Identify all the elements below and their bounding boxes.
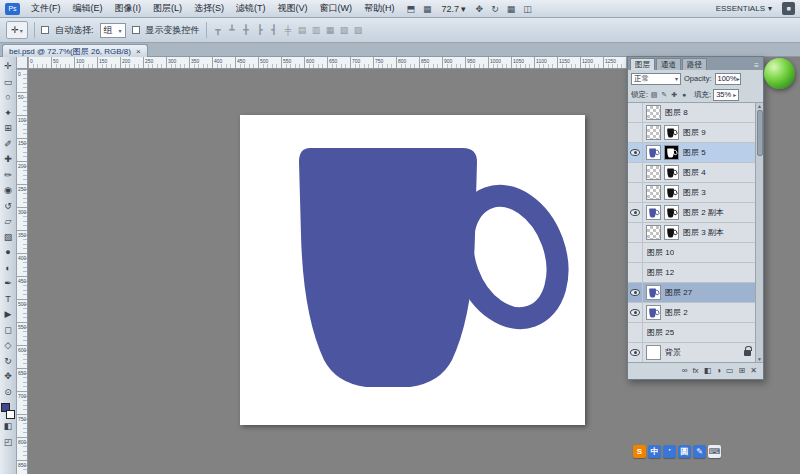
layer-mask-thumbnail[interactable] (664, 125, 679, 140)
layer-row[interactable]: 图层 27 (628, 283, 755, 303)
menu-item-5[interactable]: 滤镜(T) (230, 0, 272, 17)
auto-select-target-dropdown[interactable]: 组 ▾ (100, 23, 126, 38)
link-layers-icon[interactable]: ∞ (682, 364, 688, 378)
taskbar-icon[interactable]: S (633, 445, 646, 458)
align-icon[interactable]: ▦ (325, 25, 336, 35)
visibility-toggle[interactable] (628, 263, 643, 282)
layer-style-icon[interactable]: fx (692, 364, 698, 378)
visibility-toggle[interactable] (628, 243, 643, 262)
layer-thumbnail[interactable] (646, 125, 661, 140)
taskbar-icon[interactable]: ⌨ (708, 445, 721, 458)
layer-thumbnail[interactable] (646, 105, 661, 120)
appbar-icon[interactable]: ⬒ (403, 4, 420, 14)
move-tool[interactable]: ✛ (1, 59, 16, 75)
visibility-toggle[interactable] (628, 323, 643, 342)
visibility-toggle[interactable] (628, 123, 643, 142)
align-icon[interactable]: ▤ (297, 25, 308, 35)
align-icon[interactable]: ▥ (311, 25, 322, 35)
layer-mask-thumbnail[interactable] (664, 165, 679, 180)
layer-row[interactable]: 背景 (628, 343, 755, 363)
horizontal-ruler[interactable]: 0501001502002503003504004505005506006507… (28, 57, 627, 69)
layer-thumbnail[interactable] (646, 305, 661, 320)
document-tab[interactable]: bei.psd @ 72.7%(图层 26, RGB/8) × (2, 44, 148, 57)
layer-row[interactable]: 图层 2 副本 (628, 203, 755, 223)
panel-scrollbar[interactable]: ▲ ▼ (755, 103, 763, 362)
visibility-toggle[interactable] (628, 203, 643, 222)
layer-row[interactable]: 图层 2 (628, 303, 755, 323)
layer-row[interactable]: 图层 10 (628, 243, 755, 263)
close-icon[interactable]: × (136, 47, 141, 56)
zoom-level-control[interactable]: 72.7 ▾ (442, 4, 466, 14)
scrollbar-thumb[interactable] (757, 110, 763, 156)
visibility-toggle[interactable] (628, 343, 643, 362)
taskbar-icon[interactable]: ’ (663, 445, 676, 458)
menu-item-1[interactable]: 编辑(E) (67, 0, 109, 17)
zoom-tool[interactable]: ⊙ (1, 385, 16, 401)
layer-thumbnail[interactable] (646, 165, 661, 180)
menu-item-0[interactable]: 文件(F) (25, 0, 67, 17)
appbar-icon[interactable]: ✥ (472, 4, 488, 14)
clone-stamp-tool[interactable]: ◉ (1, 183, 16, 199)
color-swatches[interactable] (1, 403, 15, 419)
menu-item-3[interactable]: 图层(L) (147, 0, 188, 17)
path-select-tool[interactable]: ▶ (1, 307, 16, 323)
eraser-tool[interactable]: ▱ (1, 214, 16, 230)
lock-toggle-icon[interactable]: ✚ (670, 91, 678, 99)
new-group-icon[interactable]: ▭ (726, 364, 734, 378)
taskbar-icon[interactable]: ✎ (693, 445, 706, 458)
lock-toggle-icon[interactable]: ● (680, 91, 688, 99)
layer-thumbnail[interactable] (646, 185, 661, 200)
panel-tab-1[interactable]: 通道 (656, 58, 681, 70)
layer-mask-thumbnail[interactable] (664, 225, 679, 240)
layer-row[interactable]: 图层 9 (628, 123, 755, 143)
align-icon[interactable]: ▧ (339, 25, 350, 35)
lasso-tool[interactable]: ○ (1, 90, 16, 106)
brush-tool[interactable]: ✏ (1, 168, 16, 184)
magic-wand-tool[interactable]: ✦ (1, 106, 16, 122)
lock-toggle-icon[interactable]: ✎ (660, 91, 668, 99)
align-icon[interactable]: ╋ (241, 25, 252, 35)
layer-thumbnail[interactable] (646, 345, 661, 360)
panel-menu-icon[interactable]: ≡ (754, 61, 761, 70)
add-mask-icon[interactable]: ◧ (704, 364, 712, 378)
appbar-icon[interactable]: ▦ (503, 4, 520, 14)
layer-thumbnail[interactable] (646, 285, 661, 300)
visibility-toggle[interactable] (628, 283, 643, 302)
blend-mode-dropdown[interactable]: 正常 ▾ (631, 73, 681, 85)
menu-item-8[interactable]: 帮助(H) (358, 0, 401, 17)
visibility-toggle[interactable] (628, 303, 643, 322)
menu-item-2[interactable]: 图像(I) (109, 0, 148, 17)
marquee-tool[interactable]: ▭ (1, 75, 16, 91)
screen-mode-button[interactable]: ◰ (1, 435, 16, 451)
layer-row[interactable]: 图层 3 (628, 183, 755, 203)
blur-tool[interactable]: ● (1, 245, 16, 261)
3d-rotate-tool[interactable]: ◇ (1, 338, 16, 354)
align-icon[interactable]: ┻ (227, 25, 238, 35)
appbar-icon[interactable]: ↻ (487, 4, 503, 14)
layer-thumbnail[interactable] (646, 225, 661, 240)
align-icon[interactable]: ╪ (283, 25, 294, 35)
document-canvas[interactable] (240, 115, 585, 425)
layer-row[interactable]: 图层 12 (628, 263, 755, 283)
new-layer-icon[interactable]: ⊞ (739, 364, 746, 378)
green-ball-icon[interactable] (764, 58, 795, 89)
layer-thumbnail[interactable] (646, 145, 661, 160)
ruler-origin-corner[interactable] (17, 57, 28, 69)
background-color-swatch[interactable] (6, 410, 15, 419)
hand-tool[interactable]: ✥ (1, 369, 16, 385)
taskbar-icon[interactable]: 中 (648, 445, 661, 458)
pen-tool[interactable]: ✒ (1, 276, 16, 292)
auto-select-checkbox[interactable] (41, 26, 49, 34)
align-icon[interactable]: ┳ (213, 25, 224, 35)
adjustment-layer-icon[interactable]: ◑ (716, 364, 721, 378)
menu-item-6[interactable]: 视图(V) (272, 0, 314, 17)
lock-toggle-icon[interactable]: ▨ (650, 91, 658, 99)
history-brush-tool[interactable]: ↺ (1, 199, 16, 215)
delete-layer-icon[interactable]: ✕ (750, 364, 757, 378)
appbar-icon[interactable]: ▦ (419, 4, 436, 14)
align-icon[interactable]: ▨ (353, 25, 364, 35)
layer-row[interactable]: 图层 25 (628, 323, 755, 343)
eyedropper-tool[interactable]: ✐ (1, 137, 16, 153)
visibility-toggle[interactable] (628, 143, 643, 162)
visibility-toggle[interactable] (628, 183, 643, 202)
